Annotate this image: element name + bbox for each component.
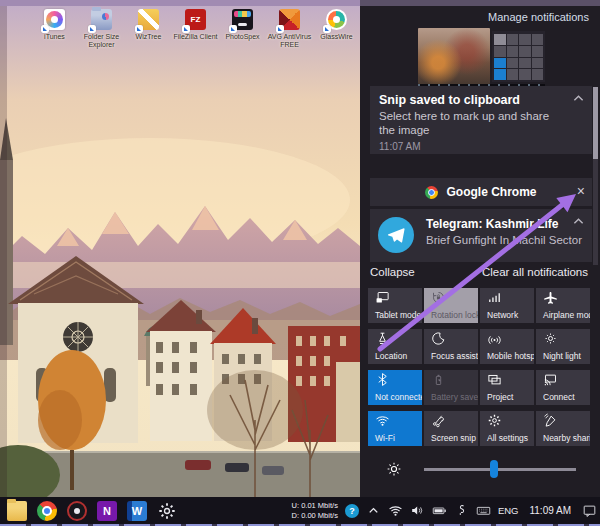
snip-preview-thumbnail-panel[interactable] [492,31,545,82]
chrome-icon [425,186,438,199]
brightness-icon [385,460,403,478]
quick-action-all-settings[interactable]: All settings [480,411,534,446]
quick-action-airplane-mode[interactable]: Airplane mode [536,288,590,323]
desktop-icon-itunes[interactable]: iTunes [32,9,77,50]
quick-action-label: Tablet mode [375,310,421,320]
nearby-sharing-icon [543,413,558,428]
screen-snip-icon [431,413,446,428]
panel-scrollbar[interactable] [593,87,598,265]
taskbar-app-chrome[interactable] [37,501,57,521]
bluetooth-icon [375,372,390,387]
desktop-icon-wiztree[interactable]: WizTree [126,9,171,50]
desktop-icons-row: iTunesFolder Size ExplorerWizTreeFZFileZ… [32,9,359,50]
photospex-icon [232,9,253,30]
taskbar-app-media-app[interactable] [67,501,87,521]
quick-action-focus-assist[interactable]: Focus assist [424,329,478,364]
notification-group-chrome[interactable]: Google Chrome × [370,178,592,206]
net-monitor-tray-icon[interactable]: ? [345,504,359,518]
action-center-icon[interactable] [582,503,597,518]
notification-body: Brief Gunfight In Machil Sector [426,234,582,246]
desktop-icon-label: iTunes [32,33,77,41]
action-center-panel: Manage notifications Snip saved to clipb… [360,0,600,497]
taskbar-clock[interactable]: 11:09 AM [529,505,571,516]
panel-top-strip [360,0,600,6]
project-icon [487,372,502,387]
desktop-icon-filezilla-client[interactable]: FZFileZilla Client [173,9,218,50]
close-icon[interactable]: × [577,182,585,200]
notification-title: Snip saved to clipboard [379,93,566,107]
itunes-icon [44,9,65,30]
pen-tray-icon[interactable] [454,503,469,518]
desktop-icon-avg-antivirus-free[interactable]: AVG AntiVirus FREE [267,9,312,50]
taskbar-app-onenote[interactable]: N [97,501,117,521]
network-icon [487,290,502,305]
quick-action-label: Not connected [375,392,422,402]
snip-preview-thumbnail[interactable] [418,28,490,84]
battery-icon[interactable] [432,503,447,518]
touch-keyboard-icon[interactable] [476,503,491,518]
quick-action-label: All settings [487,433,528,443]
glasswire-icon [326,9,347,30]
gear-icon [157,501,177,521]
quick-action-nearby-sharing[interactable]: Nearby sharing [536,411,590,446]
quick-action-label: Focus assist [431,351,478,361]
night-light-icon [543,331,558,346]
notification-telegram[interactable]: Telegram: Kashmir Life Brief Gunfight In… [370,209,592,262]
shortcut-arrow-icon [135,25,143,33]
brightness-handle[interactable] [490,460,498,478]
taskbar-app-word[interactable]: W [127,501,147,521]
desktop-icon-folder-size-explorer[interactable]: Folder Size Explorer [79,9,124,50]
quick-action-project[interactable]: Project [480,370,534,405]
quick-action-connect[interactable]: Connect [536,370,590,405]
shortcut-arrow-icon [229,25,237,33]
shortcut-arrow-icon [88,25,96,33]
telegram-icon [378,217,414,253]
desktop-icon-glasswire[interactable]: GlassWire [314,9,359,50]
notification-title: Telegram: Kashmir Life [426,217,558,231]
desktop-icon-label: FileZilla Client [173,33,218,41]
quick-action-network[interactable]: Network [480,288,534,323]
chevron-up-icon[interactable] [366,503,381,518]
volume-icon[interactable] [410,503,425,518]
quick-action-night-light[interactable]: Night light [536,329,590,364]
shortcut-arrow-icon [182,25,190,33]
notification-snip-saved[interactable]: Snip saved to clipboard Select here to m… [370,86,592,154]
network-speed-indicator: U: 0.01 Mbit/s D: 0.00 Mbit/s [292,501,338,521]
quick-action-not-connected[interactable]: Not connected [368,370,422,405]
quick-action-label: Night light [543,351,581,361]
chevron-up-icon[interactable] [573,94,584,102]
tablet-mode-icon [375,290,390,305]
desktop-icon-photospex[interactable]: PhotoSpex [220,9,265,50]
language-indicator[interactable]: ENG [498,505,519,516]
shortcut-arrow-icon [323,25,331,33]
settings-gear-icon [487,413,502,428]
battery-saver-icon [431,372,446,387]
chevron-up-icon[interactable] [573,217,584,225]
rotation-lock-icon [431,290,446,305]
quick-action-screen-snip[interactable]: Screen snip [424,411,478,446]
taskbar-app-settings[interactable] [157,501,177,521]
quick-action-label: Rotation lock [431,310,478,320]
taskbar: NW U: 0.01 Mbit/s D: 0.00 Mbit/s ? ENG 1… [0,497,600,526]
taskbar-app-file-explorer[interactable] [7,501,27,521]
quick-action-wi-fi[interactable]: Wi-Fi [368,411,422,446]
clear-all-notifications-link[interactable]: Clear all notifications [482,266,588,278]
quick-action-location[interactable]: Location [368,329,422,364]
quick-action-rotation-lock[interactable]: Rotation lock [424,288,478,323]
wiztree-icon [138,9,159,30]
manage-notifications-link[interactable]: Manage notifications [488,11,589,23]
airplane-mode-icon [543,290,558,305]
brightness-slider[interactable] [424,459,576,479]
location-icon [375,331,390,346]
panel-scrollbar-thumb[interactable] [593,87,598,159]
quick-action-battery-saver[interactable]: Battery saver [424,370,478,405]
wifi-tray-icon[interactable] [388,503,403,518]
filezilla-icon: FZ [185,9,206,30]
quick-action-mobile-hotspot[interactable]: Mobile hotspot [480,329,534,364]
quick-action-tablet-mode[interactable]: Tablet mode [368,288,422,323]
quick-action-label: Nearby sharing [543,433,590,443]
quick-action-label: Location [375,351,407,361]
notification-body: Select here to mark up and share the ima… [379,109,566,138]
collapse-link[interactable]: Collapse [370,266,415,278]
brightness-track[interactable] [424,468,576,471]
